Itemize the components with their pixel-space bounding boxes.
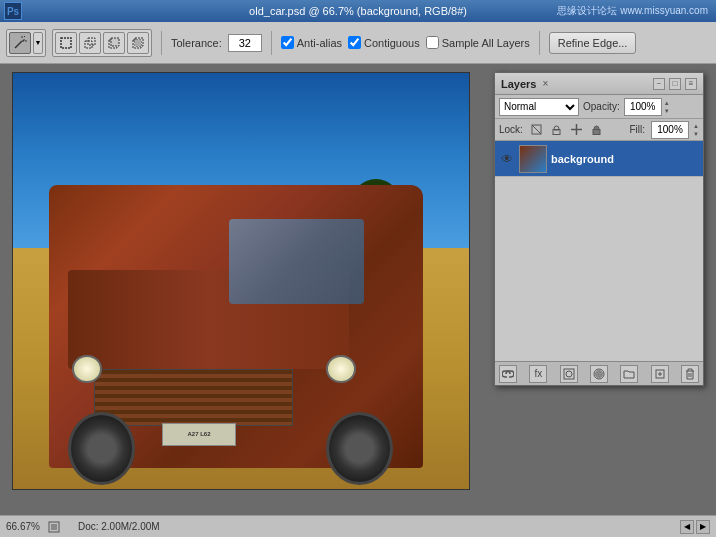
ps-logo: Ps: [4, 2, 22, 20]
lock-image-icon: [551, 124, 562, 135]
layers-panel-header: Layers × − □ ≡: [495, 73, 703, 95]
adjustment-layer-btn[interactable]: [590, 365, 608, 383]
add-selection-icon: [84, 37, 96, 49]
new-layer-btn[interactable]: [651, 365, 669, 383]
navigation-controls: ◀ ▶: [680, 520, 710, 534]
zoom-level: 66.67%: [6, 521, 40, 532]
link-layers-btn[interactable]: [499, 365, 517, 383]
layer-thumbnail: [519, 145, 547, 173]
layers-panel-title: Layers: [501, 78, 536, 90]
intersect-selection-btn[interactable]: [127, 32, 149, 54]
sample-all-checkbox-label[interactable]: Sample All Layers: [426, 36, 530, 49]
watermark-text: 思缘设计论坛 www.missyuan.com: [557, 4, 708, 18]
truck-grille: [94, 369, 292, 426]
delete-layer-btn[interactable]: [681, 365, 699, 383]
layer-name: background: [551, 153, 699, 165]
layers-lock-row: Lock:: [495, 119, 703, 141]
trash-icon: [684, 368, 696, 380]
opacity-arrows[interactable]: ▲ ▼: [664, 99, 670, 115]
add-selection-btn[interactable]: [79, 32, 101, 54]
anti-alias-label: Anti-alias: [297, 37, 342, 49]
wheel-left: [68, 412, 135, 485]
svg-point-19: [566, 371, 572, 377]
subtract-selection-icon: [108, 37, 120, 49]
scroll-right-btn[interactable]: ▶: [696, 520, 710, 534]
layer-item-background[interactable]: 👁 background: [495, 141, 703, 177]
contiguous-label: Contiguous: [364, 37, 420, 49]
doc-size: Doc: 2.00M/2.00M: [78, 521, 160, 532]
add-mask-btn[interactable]: [560, 365, 578, 383]
anti-alias-checkbox-label[interactable]: Anti-alias: [281, 36, 342, 49]
lock-position-btn[interactable]: [569, 122, 585, 138]
panel-menu-btn[interactable]: ≡: [685, 78, 697, 90]
new-selection-btn[interactable]: [55, 32, 77, 54]
tolerance-label: Tolerance:: [171, 37, 222, 49]
new-group-btn[interactable]: [620, 365, 638, 383]
blend-mode-select[interactable]: Normal: [499, 98, 579, 116]
lock-transparent-icon: [531, 124, 542, 135]
svg-rect-11: [135, 40, 141, 46]
headlight-left: [72, 355, 102, 383]
options-toolbar: ▼ Tolerance:: [0, 22, 716, 64]
contiguous-checkbox[interactable]: [348, 36, 361, 49]
svg-line-13: [532, 125, 541, 134]
new-selection-icon: [60, 37, 72, 49]
fill-input[interactable]: [651, 121, 689, 139]
title-bar: Ps old_car.psd @ 66.7% (background, RGB/…: [0, 0, 716, 22]
scroll-left-btn[interactable]: ◀: [680, 520, 694, 534]
panel-minimize-btn[interactable]: −: [653, 78, 665, 90]
opacity-input[interactable]: [624, 98, 662, 116]
zoom-indicator-icon: [48, 521, 60, 533]
magic-wand-icon: [13, 36, 27, 50]
tool-dropdown-arrow[interactable]: ▼: [33, 32, 43, 54]
zoom-indicator-btn[interactable]: [46, 519, 62, 535]
adjustment-icon: [593, 368, 605, 380]
lock-image-btn[interactable]: [549, 122, 565, 138]
folder-icon: [623, 368, 635, 380]
wheel-right: [326, 412, 393, 485]
layers-list: 👁 background: [495, 141, 703, 261]
magic-wand-tool[interactable]: [9, 32, 31, 54]
toolbar-separator-1: [161, 31, 162, 55]
canvas-area: A27 L62: [12, 72, 470, 490]
lock-label: Lock:: [499, 124, 523, 135]
layers-blend-row: Normal Opacity: ▲ ▼: [495, 95, 703, 119]
anti-alias-checkbox[interactable]: [281, 36, 294, 49]
headlight-right: [326, 355, 356, 383]
fill-arrows[interactable]: ▲ ▼: [693, 122, 699, 138]
tool-group: ▼: [6, 29, 46, 57]
new-layer-icon: [654, 368, 666, 380]
fx-btn[interactable]: fx: [529, 365, 547, 383]
svg-rect-8: [111, 38, 119, 46]
layers-panel: Layers × − □ ≡ Normal Opacity: ▲ ▼ Lock:: [494, 72, 704, 386]
lock-all-btn[interactable]: [589, 122, 605, 138]
lock-transparent-btn[interactable]: [529, 122, 545, 138]
layers-empty-area: [495, 261, 703, 361]
intersect-selection-icon: [132, 37, 144, 49]
subtract-selection-btn[interactable]: [103, 32, 125, 54]
contiguous-checkbox-label[interactable]: Contiguous: [348, 36, 420, 49]
sample-all-checkbox[interactable]: [426, 36, 439, 49]
svg-rect-28: [51, 524, 57, 530]
lock-position-icon: [571, 124, 582, 135]
link-icon: [502, 368, 514, 380]
mask-icon: [563, 368, 575, 380]
layer-visibility-toggle[interactable]: 👁: [499, 151, 515, 167]
layers-footer: fx: [495, 361, 703, 385]
tolerance-input[interactable]: [228, 34, 262, 52]
workspace: A27 L62 Layers × − □ ≡ Normal: [0, 64, 716, 515]
layers-tab-close[interactable]: ×: [542, 78, 548, 89]
selection-shape-group: [52, 29, 152, 57]
panel-maximize-btn[interactable]: □: [669, 78, 681, 90]
lock-all-icon: [591, 124, 602, 135]
svg-line-3: [24, 36, 25, 37]
license-plate: A27 L62: [162, 423, 237, 446]
svg-line-0: [15, 41, 22, 48]
truck-windshield: [229, 219, 364, 304]
fill-label: Fill:: [629, 124, 645, 135]
truck-container: A27 L62: [49, 135, 423, 468]
lock-icons-group: [529, 122, 605, 138]
refine-edge-button[interactable]: Refine Edge...: [549, 32, 637, 54]
status-bar: 66.67% Doc: 2.00M/2.00M ◀ ▶: [0, 515, 716, 537]
toolbar-separator-2: [271, 31, 272, 55]
